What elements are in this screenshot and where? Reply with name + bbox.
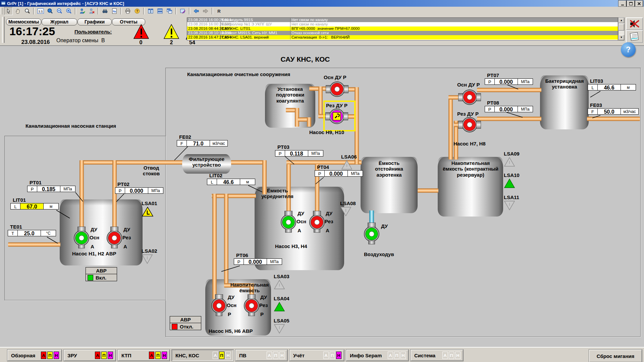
koagulant-label: Установкаподготовкикоагулянта: [267, 86, 314, 104]
instrument-lit03[interactable]: LIT03 L46.6м: [588, 78, 636, 90]
instrument-fe03[interactable]: FE03 F50.0м3/час: [588, 102, 639, 115]
bottom-nav-bar: Обзорная АПН ЗРУ АПН КТП АПН КНС, КОС АП…: [0, 347, 644, 362]
usrednitel-label: Ёмкостьусреднителя: [257, 188, 298, 199]
pump-du-label: ДУ: [123, 227, 130, 232]
pump-h5[interactable]: [211, 298, 227, 313]
screen-button-sistema[interactable]: Система АПН: [411, 350, 463, 361]
level-high-inactive-icon: [341, 160, 353, 170]
pump-ruch-label: Р: [260, 311, 264, 317]
screen-button-zru[interactable]: ЗРУ АПН: [64, 350, 116, 361]
lsa02-marker: LSA02: [142, 248, 157, 265]
leader-lines: [0, 0, 644, 362]
pump-h5h6-caption: Насос Н5, Н6 АВР: [209, 328, 253, 334]
pump-osn-label: Осн: [90, 235, 99, 240]
screen-button-obzornaya[interactable]: Обзорная АПН: [7, 350, 62, 361]
pump-h9h10-caption: Насос Н9, Н10: [309, 129, 344, 135]
level-ok-green-icon: [274, 302, 285, 312]
pump-osn-label: Осн: [227, 302, 236, 308]
level-alarm-yellow-icon: [142, 206, 154, 217]
pump-du-label: ДУ: [298, 210, 304, 216]
pump-ruch-label: Р: [228, 311, 231, 317]
pump-du-label: ДУ: [260, 294, 267, 300]
pump-h10-rez[interactable]: [329, 109, 344, 124]
instrument-te01[interactable]: TE01 T25.0°C: [8, 224, 56, 236]
level-low-inactive-icon: [340, 206, 352, 217]
lsa08-marker: LSA08: [340, 200, 356, 218]
pump-auto-label: А: [91, 244, 94, 249]
instrument-pt01[interactable]: PT01 P0.185МПа: [27, 180, 75, 192]
pump-h8-rez[interactable]: [462, 117, 477, 132]
instrument-pt08[interactable]: PT08 P0.000МПа: [485, 100, 533, 112]
instrument-lit02[interactable]: LIT02 L46.6м: [207, 173, 255, 185]
screen-button-pv[interactable]: ПВ АПН: [235, 350, 287, 361]
level-low-inactive-icon: [142, 254, 153, 264]
osn-du-r-label: Осн ДУ Р: [457, 82, 480, 87]
screen-button-kns-kos[interactable]: КНС, КОС АПН: [172, 350, 233, 361]
level-low-inactive-icon: [274, 324, 285, 334]
level-ok-green-icon: [504, 178, 515, 188]
pump-h2[interactable]: [107, 230, 122, 246]
lsa06-marker: LSA06: [341, 154, 357, 171]
avr-on-indicator: [88, 275, 93, 281]
pump-h7h8-caption: Насос Н7, Н8: [453, 141, 486, 146]
pump-h3h4-caption: Насос Н3, Н4: [275, 243, 307, 249]
avr-status-kns[interactable]: АВР Вкл.: [86, 267, 117, 281]
reset-blinking-button[interactable]: Сброс мигания: [589, 350, 642, 362]
lsa04-marker: LSA04: [274, 296, 289, 313]
pump-auto-label: А: [298, 228, 301, 233]
maintenance-wrench-icon: [333, 112, 341, 120]
screen-button-uchet[interactable]: Учёт АПН: [289, 350, 344, 361]
pump-rez-label: Рез: [122, 235, 131, 240]
avr-status-kos[interactable]: АВР Откл.: [170, 316, 201, 330]
pump-vozduhoduv[interactable]: [364, 226, 379, 242]
osn-du-r-label: Осн ДУ Р: [324, 74, 346, 80]
aerotank-label: Ёмкостьотстойникааэротенка: [362, 160, 416, 178]
level-low-inactive-icon: [504, 200, 515, 210]
screen-button-info-sepam[interactable]: Инфо Sepam АПН: [346, 350, 409, 361]
scada-window: GrPr [1] - Графический интерфейс - [АСУЭ…: [0, 0, 644, 362]
lsa05-marker: LSA05: [274, 318, 289, 335]
rez-du-r-label: Рез ДУ Р: [326, 103, 347, 108]
avr-off-indicator: [172, 324, 177, 329]
instrument-pt02[interactable]: PT02 P0.000МПа: [115, 181, 163, 194]
pump-du-label: ДУ: [91, 227, 97, 232]
pump-rez-label: Рез: [325, 219, 333, 224]
nakopitelnaya-label: Накопительнаяёмкость: [228, 282, 271, 294]
lsa01-marker: LSA01: [142, 200, 157, 219]
pump-osn-label: Осн: [297, 219, 306, 224]
pump-rez-label: Рез: [259, 302, 268, 308]
pump-du-label: ДУ: [326, 210, 332, 216]
vozduhoduv-caption: Воздуходув: [364, 251, 394, 257]
lsa09-marker: LSA09: [504, 151, 520, 168]
baktericidnaya-label: Бактерициднаяустановка: [541, 78, 588, 90]
screen-button-ktp[interactable]: КТП АПН: [118, 350, 170, 361]
otvod-stokov-label: Отводстоков: [136, 165, 167, 177]
level-high-inactive-icon: [274, 280, 285, 290]
pump-h1h2-caption: Насос Н1, Н2 АВР: [72, 251, 116, 256]
instrument-pt03[interactable]: PT03 P0.118МПа: [275, 144, 323, 157]
pump-h1[interactable]: [74, 230, 89, 246]
lsa10-marker: LSA10: [504, 172, 520, 190]
rez-du-r-label: Рез ДУ Р: [457, 111, 479, 117]
pump-h7-osn[interactable]: [462, 89, 477, 105]
pump-h3[interactable]: [281, 215, 296, 230]
pump-h9-osn[interactable]: [329, 81, 345, 97]
instrument-fe02[interactable]: FE02 F71.0м3/час: [177, 134, 228, 146]
pump-du-label: ДУ: [381, 223, 388, 229]
pump-h6[interactable]: [244, 298, 259, 313]
instrument-lit01[interactable]: LIT01 L67.0м: [10, 197, 59, 209]
level-high-inactive-icon: [504, 157, 515, 167]
instrument-pt06[interactable]: PT06 P0.000МПа: [234, 252, 282, 265]
lsa11-marker: LSA11: [504, 194, 519, 212]
pump-auto-label: А: [326, 228, 329, 233]
pump-auto-label: А: [123, 244, 127, 249]
pump-h4[interactable]: [309, 215, 325, 230]
instrument-pt07[interactable]: PT07 P0.000МПа: [485, 72, 533, 85]
kontraktny-label: Накопительнаяёмкость (контрактныйрезерву…: [439, 160, 502, 178]
pump-du-label: ДУ: [228, 294, 234, 300]
lsa03-marker: LSA03: [274, 274, 289, 291]
